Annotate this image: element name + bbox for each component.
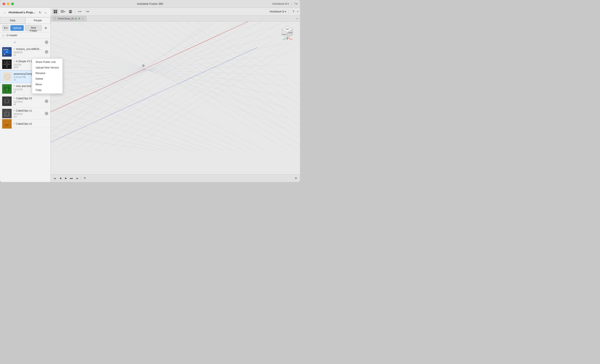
- account-dropdown-icon: ▾: [285, 10, 286, 13]
- svg-rect-5: [7, 49, 8, 50]
- maximize-button[interactable]: [11, 3, 14, 5]
- tab-close-button[interactable]: ×: [82, 17, 84, 20]
- timeline-options-button[interactable]: ⚙: [293, 176, 298, 181]
- file-name: Arduino_uno.6df525b0-a0fc-4683-8e1...: [16, 48, 43, 51]
- svg-rect-22: [5, 98, 9, 100]
- blank-thumbnail: [2, 72, 12, 82]
- info-icon[interactable]: i: [45, 40, 48, 44]
- svg-rect-40: [70, 10, 71, 11]
- timeline-filter-button[interactable]: ⚗: [82, 176, 87, 181]
- context-share-link[interactable]: Share Public Link: [32, 59, 63, 65]
- svg-rect-41: [70, 12, 71, 13]
- save-button[interactable]: [67, 9, 74, 14]
- svg-rect-29: [6, 114, 8, 115]
- breadcrumb-item: master: [7, 34, 18, 37]
- cableclipsv1-thumbnail: [2, 109, 12, 118]
- file-info: 🛡 Arduino_uno.6df525b0-a0fc-4683-8e1... …: [13, 48, 43, 56]
- grid-background: [51, 22, 300, 174]
- separator: [75, 9, 75, 14]
- file-info: v1: [13, 41, 43, 44]
- refresh-button[interactable]: ↻: [38, 10, 42, 15]
- svg-text:Z: Z: [287, 38, 288, 40]
- file-thumbnail: [2, 97, 12, 106]
- breadcrumb-arrow: ›: [5, 34, 5, 36]
- upload-button[interactable]: Upload: [10, 25, 24, 31]
- user-menu[interactable]: Hrishikesh B ▾: [272, 2, 289, 5]
- info-icon[interactable]: i: [45, 112, 48, 115]
- cableclips-thumbnail: [2, 97, 12, 106]
- list-item[interactable]: 🛡 CableClips 03 11/13/16 v9 i: [0, 95, 50, 108]
- list-item[interactable]: 🛡 CableClips v1 10/30/16 v17 i: [0, 108, 50, 120]
- svg-rect-6: [4, 54, 5, 55]
- file-name: CableClips v1: [16, 109, 32, 112]
- context-move[interactable]: Move: [32, 82, 63, 87]
- user-account-button[interactable]: Hrishikesh B ▾: [268, 10, 288, 13]
- file-info: 🛡 CableClips v1 10/30/16 v17: [13, 109, 43, 118]
- sort-button[interactable]: ⇅ ▾: [2, 25, 9, 31]
- sidebar-header-icons: ↻ ⌕: [38, 10, 48, 15]
- grid-view-button[interactable]: [52, 9, 58, 14]
- viewport-tab[interactable]: DeskClamp_01 v1 ×: [52, 16, 86, 21]
- settings-button[interactable]: ⚙: [43, 25, 48, 31]
- tab-scroll-button[interactable]: ∧: [295, 16, 299, 21]
- svg-rect-18: [5, 87, 6, 91]
- timeline-back-button[interactable]: ◀: [58, 176, 63, 181]
- viewport-panel: ▾ ↩ ▾ ↪ ▾: [51, 8, 300, 182]
- list-item[interactable]: 🛡 Arduino_uno.6df525b0-a0fc-4683-8e1... …: [0, 46, 50, 58]
- list-item[interactable]: v1 i: [0, 38, 50, 46]
- app-window: Autodesk Fusion 360 Hrishikesh B ▾ ? ▾ ‹…: [0, 0, 300, 182]
- new-folder-button[interactable]: New Folder: [25, 25, 42, 31]
- tab-people[interactable]: People: [25, 17, 50, 24]
- undo-button[interactable]: ↩ ▾: [76, 9, 83, 14]
- main-content: ‹ Hrishikesh's Proje... ↻ ⌕ Data People …: [0, 8, 300, 182]
- info-icon[interactable]: i: [45, 100, 48, 103]
- search-button[interactable]: ⌕: [44, 10, 48, 15]
- branch-icon: [7, 34, 9, 36]
- context-rename[interactable]: Rename: [32, 70, 63, 76]
- sort-icon: ⇅: [4, 27, 6, 29]
- sidebar: ‹ Hrishikesh's Proje... ↻ ⌕ Data People …: [0, 8, 51, 182]
- context-upload-version[interactable]: Upload New Version: [32, 65, 63, 70]
- new-design-button[interactable]: ▾: [59, 9, 66, 14]
- info-icon[interactable]: i: [45, 50, 48, 54]
- file-info: 🛡 CableClips 03 11/13/16 v9: [13, 97, 43, 106]
- sidebar-edge: [48, 9, 51, 15]
- timeline-forward-button[interactable]: ▶▶: [69, 176, 74, 181]
- file-version: v1: [13, 54, 43, 56]
- timeline-end-button[interactable]: ⏭: [75, 176, 80, 181]
- context-delete[interactable]: Delete: [32, 76, 63, 82]
- redo-button[interactable]: ↪ ▾: [84, 9, 91, 14]
- context-copy[interactable]: Copy: [32, 87, 63, 93]
- timeline-separator: [81, 177, 81, 180]
- list-item[interactable]: 🛡 CableClips v2: [0, 120, 50, 128]
- toolbar-right: Hrishikesh B ▾ ? ▾: [268, 9, 298, 14]
- tab-name: DeskClamp_01 v1: [58, 17, 77, 20]
- file-thumbnail: [2, 84, 12, 94]
- file-thumbnail: [2, 59, 12, 69]
- close-button[interactable]: [3, 3, 5, 5]
- user-dropdown-icon[interactable]: ▾: [288, 2, 289, 5]
- help-dropdown-icon: ▾: [297, 10, 298, 13]
- timeline-bar: ⏮ ◀ ▶ ▶▶ ⏭ ⚗ ⚙: [51, 174, 300, 182]
- shield-icon: 🛡: [13, 60, 15, 63]
- tab-data[interactable]: Data: [0, 17, 25, 24]
- navigation-cube[interactable]: TOP FRONT RIGHT Z X: [280, 25, 295, 40]
- svg-rect-43: [51, 22, 300, 174]
- file-date: 10/22/16: [13, 51, 43, 54]
- svg-line-108: [287, 38, 291, 40]
- timeline-start-button[interactable]: ⏮: [52, 176, 57, 181]
- help-button[interactable]: ?: [290, 9, 296, 14]
- minimize-button[interactable]: [7, 3, 9, 5]
- svg-point-7: [6, 51, 8, 53]
- timeline-play-button[interactable]: ▶: [64, 176, 68, 181]
- svg-rect-12: [4, 61, 5, 63]
- timeline-settings: ⚙: [293, 176, 298, 181]
- shield-icon: 🛡: [13, 85, 15, 87]
- viewport-canvas[interactable]: TOP FRONT RIGHT Z X: [51, 22, 300, 174]
- file-thumbnail: [2, 38, 12, 47]
- sidebar-toolbar: ⇅ ▾ Upload New Folder ⚙: [0, 24, 50, 32]
- help-button[interactable]: ? ▾: [294, 2, 297, 5]
- back-button[interactable]: ‹: [3, 10, 7, 15]
- svg-rect-32: [54, 10, 55, 11]
- svg-rect-27: [5, 110, 9, 113]
